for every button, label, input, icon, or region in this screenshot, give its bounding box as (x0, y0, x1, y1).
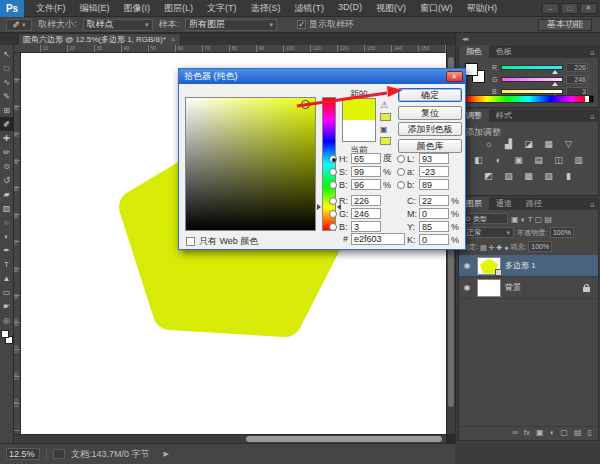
marquee-tool[interactable]: □ (0, 61, 14, 75)
menu-item[interactable]: 图层(L) (158, 0, 199, 17)
adjustment-icon[interactable]: ◫ (552, 154, 566, 166)
adjustment-icon[interactable]: ▤ (532, 154, 546, 166)
menu-item[interactable]: 文件(F) (30, 0, 72, 17)
menu-item[interactable]: 编辑(E) (74, 0, 116, 17)
foreground-color-swatch[interactable] (465, 63, 478, 76)
visibility-eye-icon[interactable]: ◉ (461, 261, 473, 270)
layer-filter-dropdown[interactable]: ⊙ 类型 (462, 213, 508, 224)
horizontal-scrollbar[interactable] (14, 434, 446, 443)
rgb-b-input[interactable] (351, 221, 381, 232)
history-brush-tool[interactable]: ↺ (0, 173, 14, 187)
color-field-marker[interactable] (301, 100, 310, 109)
panel-fg-bg-swatches[interactable] (465, 63, 485, 83)
gradient-tool[interactable]: ▧ (0, 201, 14, 215)
panel-menu-icon[interactable]: ≡ (590, 113, 598, 122)
slider-thumb[interactable] (552, 82, 558, 86)
adjustment-icon[interactable]: ◪ (522, 138, 536, 150)
filter-kind-icon[interactable]: ▢ (532, 215, 542, 224)
fill-value[interactable]: 100% (528, 241, 552, 252)
rgb-b-radio[interactable] (329, 223, 337, 231)
close-button[interactable]: ✕ (580, 3, 597, 14)
lab-b-radio[interactable] (397, 181, 405, 189)
adjustment-icon[interactable]: ▨ (502, 170, 516, 182)
eyedropper-tool[interactable]: ✐ (0, 117, 14, 131)
hsb-s-input[interactable] (351, 166, 381, 177)
sample-size-dropdown[interactable]: 取样点 ▾ (83, 19, 153, 31)
lab-a-radio[interactable] (397, 168, 405, 176)
adjustment-icon[interactable]: ▣ (512, 154, 526, 166)
tab-channels[interactable]: 通道 (489, 197, 519, 210)
workspace-switcher-button[interactable]: 基本功能 (538, 19, 592, 31)
status-menu-arrow-icon[interactable]: ▶ (164, 450, 169, 458)
visibility-eye-icon[interactable]: ◉ (461, 283, 473, 292)
color-slider-r[interactable]: R226 (492, 62, 588, 72)
sample-layers-dropdown[interactable]: 所有图层 ▾ (185, 19, 277, 31)
adjustment-icon[interactable]: ▧ (542, 170, 556, 182)
adjustment-icon[interactable]: ▦ (542, 138, 556, 150)
menu-item[interactable]: 3D(D) (332, 0, 368, 17)
zoom-level-input[interactable]: 12.5% (6, 448, 40, 460)
type-tool[interactable]: T (0, 257, 14, 271)
gamut-closest-swatch[interactable] (380, 113, 391, 121)
adjustment-icon[interactable]: ▟ (502, 138, 516, 150)
layers-footer-icon[interactable]: ◐ (550, 428, 555, 437)
scrollbar-thumb[interactable] (246, 436, 442, 442)
hand-tool[interactable]: ☛ (0, 299, 14, 313)
tab-paths[interactable]: 路径 (519, 197, 549, 210)
adjustment-icon[interactable]: ▽ (562, 138, 576, 150)
tool-preset-dropdown[interactable]: ✐ ▾ (6, 19, 32, 31)
show-sampling-ring-checkbox[interactable]: ✓ 显示取样环 (297, 18, 354, 31)
color-spectrum-ramp[interactable] (464, 95, 594, 103)
web-safe-swatch[interactable] (380, 137, 391, 145)
rgb-g-radio[interactable] (329, 210, 337, 218)
layer-thumbnail[interactable] (477, 257, 501, 275)
hsb-b-input[interactable] (351, 179, 381, 190)
adjustment-icon[interactable]: ▩ (522, 170, 536, 182)
color-slider-g[interactable]: G246 (492, 74, 588, 84)
hsb-h-input[interactable] (351, 153, 381, 164)
tab-styles[interactable]: 样式 (489, 109, 519, 122)
quick-selection-tool[interactable]: ✎ (0, 89, 14, 103)
layers-footer-icon[interactable]: ▢ (560, 428, 568, 437)
lasso-tool[interactable]: ∿ (0, 75, 14, 89)
hsb-h-radio[interactable] (329, 155, 337, 163)
cmyk-k-input[interactable] (419, 234, 449, 245)
pen-tool[interactable]: ✒ (0, 243, 14, 257)
hsb-b-radio[interactable] (329, 181, 337, 189)
rgb-r-radio[interactable] (329, 197, 337, 205)
cmyk-c-input[interactable] (419, 195, 449, 206)
layers-footer-icon[interactable]: ∞ (512, 428, 518, 437)
blur-tool[interactable]: ○ (0, 215, 14, 229)
rgb-g-input[interactable] (351, 208, 381, 219)
opacity-value[interactable]: 100% (550, 227, 574, 238)
slider-track[interactable] (501, 65, 563, 70)
filter-kind-icon[interactable]: ▤ (542, 215, 552, 224)
layers-footer-icon[interactable]: fx (524, 428, 530, 437)
adjustment-icon[interactable]: ◩ (482, 170, 496, 182)
lab-l-input[interactable] (419, 153, 449, 164)
menu-item[interactable]: 窗口(W) (414, 0, 459, 17)
cmyk-y-input[interactable] (419, 221, 449, 232)
maximize-button[interactable]: □ (561, 3, 578, 14)
adjustment-icon[interactable]: ▥ (572, 154, 586, 166)
layer-row-background[interactable]: ◉ 背景 (459, 277, 598, 299)
close-tab-icon[interactable]: × (171, 35, 176, 44)
menu-item[interactable]: 帮助(H) (461, 0, 504, 17)
layer-row-polygon-1[interactable]: ◉ 多边形 1 (459, 255, 598, 277)
saturation-brightness-field[interactable] (185, 97, 316, 231)
filter-kind-icon[interactable]: ◐ (519, 215, 526, 224)
adjustment-icon[interactable]: ◐ (492, 154, 506, 166)
blend-mode-dropdown[interactable]: 正常 ▾ (462, 227, 514, 238)
lock-toggle-icon[interactable]: ● (504, 244, 508, 251)
slider-value[interactable]: 246 (566, 75, 588, 84)
zoom-tool[interactable]: ◎ (0, 313, 14, 327)
collapse-panels-icon[interactable]: ◂◂ (462, 35, 467, 43)
hsb-s-radio[interactable] (329, 168, 337, 176)
dialog-title-bar[interactable]: 拾色器 (纯色) ✕ (179, 69, 465, 84)
adjustment-icon[interactable]: ▮ (562, 170, 576, 182)
current-color-swatch[interactable] (343, 120, 375, 141)
layer-name[interactable]: 背景 (505, 282, 521, 293)
panel-menu-icon[interactable]: ≡ (590, 201, 598, 210)
lock-toggle-icon[interactable]: ▨ (480, 244, 489, 251)
tab-swatches[interactable]: 色板 (489, 45, 519, 58)
